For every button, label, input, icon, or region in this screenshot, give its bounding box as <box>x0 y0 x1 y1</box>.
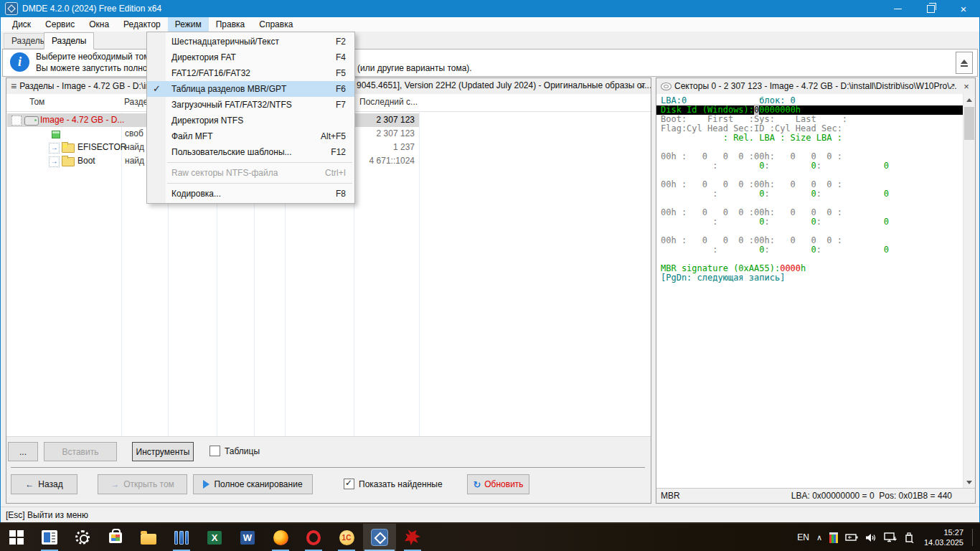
sectors-panel: Секторы 0 - 2 307 123 - Image - 4.72 GB … <box>656 77 976 504</box>
menu-windows[interactable]: Окна <box>82 17 116 32</box>
panel-maximize-button[interactable]: ↗ <box>946 80 958 92</box>
insert-button[interactable]: Вставить <box>44 442 117 461</box>
clock-time: 15:27 <box>924 527 963 537</box>
menu-edit[interactable]: Правка <box>209 17 253 32</box>
back-button[interactable]: ← Назад <box>11 474 77 494</box>
menu-editor[interactable]: Редактор <box>116 17 168 32</box>
taskbar-settings[interactable] <box>66 524 99 551</box>
scroll-up-icon[interactable] <box>966 98 972 102</box>
menu-disk[interactable]: Диск <box>5 17 38 32</box>
news-icon <box>42 530 57 545</box>
collapse-info-button[interactable] <box>956 52 973 74</box>
tables-checkbox-row[interactable]: Таблицы <box>209 446 260 456</box>
usb-icon[interactable] <box>904 532 914 543</box>
menu-item-boot-sector[interactable]: Загрузочный FAT/FAT32/NTFSF7 <box>147 97 354 113</box>
divider <box>11 467 645 468</box>
menu-separator <box>167 162 352 163</box>
info-line2-cont: (или другие варианты тома). <box>357 63 472 73</box>
taskbar-opera[interactable] <box>297 524 330 551</box>
taskbar: X W 1С EN ∧ <box>0 524 980 551</box>
1c-icon: 1С <box>339 530 354 545</box>
menu-item-ntfs-directory[interactable]: Директория NTFS <box>147 113 354 128</box>
firefox-icon <box>273 530 288 545</box>
taskbar-file-explorer[interactable] <box>132 524 165 551</box>
back-arrow-icon: ← <box>25 479 34 489</box>
start-button[interactable] <box>0 524 33 551</box>
menu-item-raw-ntfs-sectors[interactable]: Raw секторы NTFS-файлаCtrl+I <box>147 165 354 181</box>
refresh-button[interactable]: ↻ Обновить <box>467 474 529 494</box>
found-volume-icon: → <box>49 143 60 154</box>
row-label: Image - 4.72 GB - D... <box>40 115 124 125</box>
taskbar-winrar[interactable] <box>165 524 198 551</box>
menu-item-encoding[interactable]: Кодировка...F8 <box>147 186 354 202</box>
gear-icon <box>75 530 90 545</box>
panel-close-button[interactable]: × <box>961 80 972 92</box>
vertical-scrollbar[interactable] <box>963 94 975 489</box>
row-select-box[interactable] <box>11 116 22 126</box>
tables-checkbox-label: Таблицы <box>225 446 260 456</box>
battery-icon[interactable] <box>845 533 858 542</box>
scroll-down-icon[interactable] <box>966 481 972 484</box>
menu-item-hex-text[interactable]: Шестнадцатеричный/ТекстF2 <box>147 34 354 50</box>
taskbar-1c[interactable]: 1С <box>330 524 363 551</box>
menu-item-partition-table[interactable]: ✓Таблица разделов MBR/GPTF6 <box>147 81 354 97</box>
menu-bar: Диск Сервис Окна Редактор Режим Правка С… <box>1 17 980 32</box>
menu-item-fat12-16-32[interactable]: FAT12/FAT16/FAT32F5 <box>147 65 354 81</box>
volume-icon[interactable] <box>865 533 877 542</box>
eject-icon <box>961 60 968 64</box>
partition-icon <box>52 131 60 138</box>
folder-icon <box>62 157 75 166</box>
excel-icon: X <box>207 531 222 545</box>
open-arrow-icon: → <box>110 479 119 489</box>
menu-item-fat-directory[interactable]: Директория FATF4 <box>147 50 354 65</box>
more-button[interactable]: ... <box>8 442 38 461</box>
disk-image-icon <box>24 116 39 126</box>
open-volume-button[interactable]: → Открыть том <box>98 474 187 494</box>
minimize-button[interactable] <box>881 0 914 17</box>
panel-close-button[interactable]: × <box>636 80 648 92</box>
store-icon <box>109 532 122 543</box>
row-last-sector: 2 307 123 <box>377 128 415 138</box>
menu-item-custom-templates[interactable]: Пользовательские шаблоны...F12 <box>147 144 354 160</box>
show-found-label: Показать найденные <box>359 479 443 489</box>
opera-icon <box>306 530 321 545</box>
column-last-sector[interactable]: Последний с... <box>359 97 418 107</box>
menu-service[interactable]: Сервис <box>38 17 82 32</box>
sectors-icon <box>661 83 672 90</box>
menu-mode[interactable]: Режим <box>168 17 209 32</box>
language-indicator[interactable]: EN <box>797 532 809 542</box>
taskbar-news-app[interactable] <box>33 524 66 551</box>
scrollbar-thumb[interactable] <box>964 107 974 140</box>
dmde-icon <box>371 529 388 546</box>
restore-button[interactable] <box>914 0 947 17</box>
panel-menu-icon[interactable]: ≡ <box>11 80 17 92</box>
column-volume[interactable]: Том <box>29 97 44 107</box>
close-button[interactable]: × <box>947 0 980 17</box>
taskbar-dmde[interactable] <box>363 524 396 551</box>
sectors-status-bar: MBR LBA: 0x00000000 = 0 Pos: 0x01B8 = 44… <box>656 488 975 503</box>
taskbar-store[interactable] <box>99 524 132 551</box>
menu-help[interactable]: Справка <box>252 17 300 32</box>
hex-view[interactable]: LBA:0 блок: 0Disk Id (Windows):00000000h… <box>656 94 975 489</box>
taskbar-word[interactable]: W <box>231 524 264 551</box>
tab-partitions-2[interactable]: Разделы <box>44 32 94 50</box>
show-desktop-button[interactable] <box>972 529 973 546</box>
lba-position-label: LBA: 0x00000000 = 0 Pos: 0x01B8 = 440 <box>791 491 952 501</box>
tools-button[interactable]: Инструменты <box>132 442 194 461</box>
taskbar-red-app[interactable] <box>396 524 429 551</box>
show-found-checkbox[interactable] <box>344 479 354 489</box>
tray-expand-icon[interactable]: ∧ <box>816 533 822 542</box>
color-app-tray-icon[interactable] <box>829 532 838 543</box>
window-title: DMDE 4.2.0 (2024) Free Edition x64 <box>22 4 161 14</box>
row-label: EFISECTOR <box>77 142 126 152</box>
clock[interactable]: 15:27 14.03.2025 <box>921 527 963 547</box>
taskbar-firefox[interactable] <box>264 524 297 551</box>
menu-item-mft-file[interactable]: Файл MFTAlt+F5 <box>147 128 354 144</box>
red-creature-icon <box>405 529 420 545</box>
show-found-checkbox-row[interactable]: Показать найденные <box>344 479 443 489</box>
full-scan-button[interactable]: Полное сканирование <box>193 474 313 494</box>
taskbar-excel[interactable]: X <box>198 524 231 551</box>
network-icon[interactable] <box>884 532 897 542</box>
partitions-panel-title: Разделы - Image - 4.72 GB - D:\in <box>19 81 150 91</box>
tables-checkbox[interactable] <box>209 446 220 456</box>
